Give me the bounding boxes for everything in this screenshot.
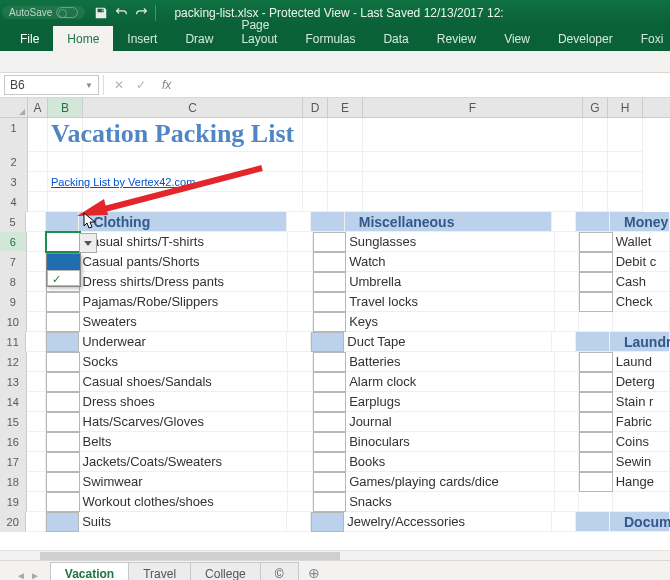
- checkbox-cell[interactable]: [313, 452, 347, 472]
- cell[interactable]: [288, 432, 312, 452]
- cell[interactable]: [83, 152, 303, 172]
- row-header[interactable]: 1: [0, 118, 28, 152]
- cell[interactable]: [608, 192, 643, 212]
- list-item[interactable]: Hats/Scarves/Gloves: [80, 412, 289, 432]
- enter-icon[interactable]: ✓: [136, 78, 146, 92]
- checkbox-cell[interactable]: [579, 412, 613, 432]
- checkbox-cell[interactable]: [313, 352, 347, 372]
- row-header[interactable]: 6: [0, 232, 27, 252]
- checkbox-cell[interactable]: [579, 432, 613, 452]
- cell[interactable]: [552, 332, 576, 352]
- section-header[interactable]: Miscellaneous: [345, 212, 552, 232]
- cell[interactable]: [583, 172, 608, 192]
- section-header[interactable]: Money: [610, 212, 670, 232]
- section-header[interactable]: Docume: [610, 512, 670, 532]
- checkbox-cell[interactable]: [579, 232, 613, 252]
- checkbox-cell[interactable]: [313, 472, 347, 492]
- list-item[interactable]: Coins: [613, 432, 670, 452]
- col-header[interactable]: B: [48, 98, 83, 117]
- cell[interactable]: [583, 118, 608, 152]
- list-item[interactable]: Games/playing cards/dice: [346, 472, 555, 492]
- list-item[interactable]: Sweaters: [80, 312, 289, 332]
- cell[interactable]: [555, 432, 579, 452]
- checkbox-cell[interactable]: [46, 312, 80, 332]
- row-header[interactable]: 13: [0, 372, 27, 392]
- fx-icon[interactable]: fx: [162, 78, 171, 92]
- cell[interactable]: [288, 232, 312, 252]
- list-item[interactable]: Wallet: [613, 232, 670, 252]
- cell[interactable]: [83, 172, 303, 192]
- cell[interactable]: [552, 212, 576, 232]
- cell[interactable]: [555, 292, 579, 312]
- list-item[interactable]: Stain r: [613, 392, 670, 412]
- cell[interactable]: [363, 172, 583, 192]
- cell[interactable]: [27, 392, 46, 412]
- section-header[interactable]: Laundry: [610, 332, 670, 352]
- col-header[interactable]: A: [28, 98, 48, 117]
- cell[interactable]: [288, 452, 312, 472]
- checkbox-cell[interactable]: [46, 512, 79, 532]
- tab-view[interactable]: View: [490, 26, 544, 51]
- save-icon[interactable]: [91, 3, 111, 23]
- list-item[interactable]: Keys: [346, 312, 555, 332]
- checkbox-cell[interactable]: [579, 272, 613, 292]
- cell[interactable]: [328, 152, 363, 172]
- cell[interactable]: [583, 192, 608, 212]
- row-header[interactable]: 18: [0, 472, 27, 492]
- sheet-tab[interactable]: College: [190, 562, 261, 580]
- cell[interactable]: [555, 472, 579, 492]
- cell[interactable]: [288, 292, 312, 312]
- row-header[interactable]: 14: [0, 392, 27, 412]
- dropdown-item[interactable]: [47, 254, 80, 270]
- checkbox-cell[interactable]: [579, 292, 613, 312]
- dropdown-item[interactable]: [47, 270, 80, 286]
- row-header[interactable]: 4: [0, 192, 28, 212]
- cell[interactable]: [555, 252, 579, 272]
- list-item[interactable]: Laund: [613, 352, 670, 372]
- col-header[interactable]: E: [328, 98, 363, 117]
- list-item[interactable]: Earplugs: [346, 392, 555, 412]
- row-header[interactable]: 10: [0, 312, 27, 332]
- cell[interactable]: [28, 192, 48, 212]
- col-header[interactable]: G: [583, 98, 608, 117]
- row-header[interactable]: 2: [0, 152, 28, 172]
- list-item[interactable]: Pajamas/Robe/Slippers: [80, 292, 289, 312]
- list-item[interactable]: Casual shoes/Sandals: [80, 372, 289, 392]
- cell[interactable]: [363, 152, 583, 172]
- cell[interactable]: [303, 152, 328, 172]
- list-item[interactable]: Workout clothes/shoes: [80, 492, 289, 512]
- cell[interactable]: [287, 512, 311, 532]
- checkbox-cell[interactable]: [313, 492, 347, 512]
- cell[interactable]: [288, 312, 312, 332]
- checkbox-cell[interactable]: [579, 252, 613, 272]
- checkbox-cell[interactable]: [46, 472, 80, 492]
- col-header[interactable]: F: [363, 98, 583, 117]
- row-header[interactable]: 17: [0, 452, 27, 472]
- cell[interactable]: [27, 252, 46, 272]
- sheet-tab[interactable]: Vacation: [50, 562, 129, 580]
- checkbox-cell[interactable]: [579, 452, 613, 472]
- cell[interactable]: [26, 512, 45, 532]
- select-all-corner[interactable]: [0, 98, 28, 117]
- checkbox-cell[interactable]: [311, 332, 344, 352]
- list-item[interactable]: Duct Tape: [344, 332, 552, 352]
- cell[interactable]: [27, 412, 46, 432]
- checkbox-cell[interactable]: [311, 512, 344, 532]
- cell[interactable]: [328, 118, 363, 152]
- checkbox-cell[interactable]: [46, 452, 80, 472]
- row-header[interactable]: 20: [0, 512, 26, 532]
- cell[interactable]: [288, 252, 312, 272]
- cell[interactable]: [552, 512, 576, 532]
- tab-review[interactable]: Review: [423, 26, 490, 51]
- checkbox-cell[interactable]: [313, 412, 347, 432]
- checkbox-cell[interactable]: [46, 392, 80, 412]
- cell[interactable]: [608, 118, 643, 152]
- prev-sheet-icon[interactable]: ◄: [16, 570, 26, 580]
- list-item[interactable]: Binoculars: [346, 432, 555, 452]
- cell[interactable]: [28, 172, 48, 192]
- cell[interactable]: [27, 232, 46, 252]
- cell[interactable]: Vacation Packing List: [48, 118, 83, 152]
- cell[interactable]: [555, 452, 579, 472]
- list-item[interactable]: Swimwear: [80, 472, 289, 492]
- cell[interactable]: Packing List by Vertex42.com: [48, 172, 83, 192]
